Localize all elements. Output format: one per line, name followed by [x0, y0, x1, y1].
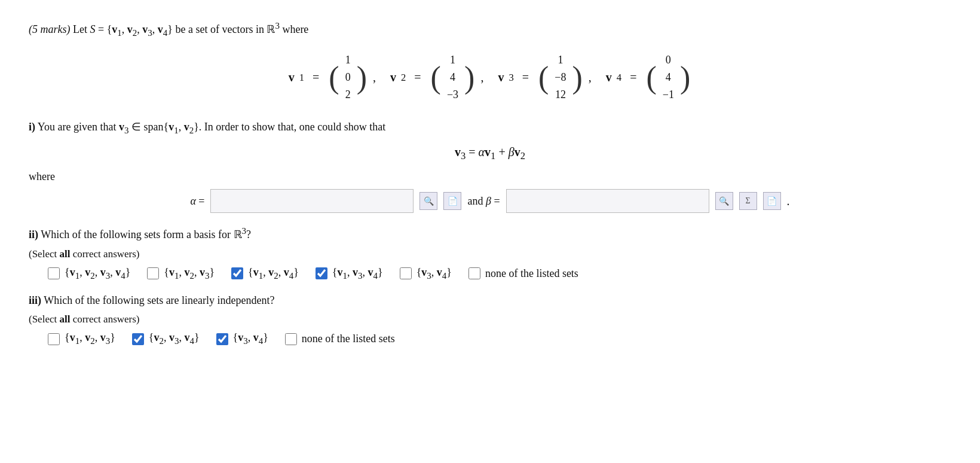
right-paren: ) [463, 50, 476, 105]
beta-search-icon[interactable]: 🔍 [715, 192, 733, 210]
part-i-section: i) You are given that v3 ∈ span{v1, v2}.… [29, 118, 951, 214]
alpha-beta-row: α = 🔍 📄 and β = 🔍 Σ 📄 . [29, 189, 951, 213]
where-label: where [29, 170, 951, 183]
left-paren: ( [537, 50, 550, 105]
v4-values: 04−1 [658, 50, 679, 105]
part-ii-checkbox-2[interactable] [147, 267, 159, 279]
beta-label: and β = [467, 195, 500, 208]
part-ii-option-5[interactable]: {v3, v4} [400, 266, 452, 281]
part-iii-label: iii) Which of the following sets are lin… [29, 292, 951, 309]
alpha-search-icon[interactable]: 🔍 [419, 192, 437, 210]
marks-label: (5 marks) [29, 23, 71, 35]
part-iii-option-3[interactable]: {v3, v4} [216, 331, 268, 346]
part-ii-option-6[interactable]: none of the listed sets [468, 267, 578, 280]
part-ii-options: {v1, v2, v3, v4} {v1, v2, v3} {v1, v2, v… [48, 266, 951, 281]
left-paren: ( [645, 50, 657, 105]
part-iii-option-2-label: {v2, v3, v4} [149, 331, 200, 346]
right-paren: ) [356, 50, 368, 105]
part-iii-option-4[interactable]: none of the listed sets [285, 333, 395, 345]
part-ii-section: ii) Which of the following sets form a b… [29, 224, 951, 281]
part-ii-checkbox-4[interactable] [316, 267, 327, 279]
vector-v2: v2 = ( 14−3 ) , [390, 50, 483, 105]
right-paren: ) [571, 50, 584, 105]
part-i-roman: i) [29, 121, 35, 133]
part-ii-option-4[interactable]: {v1, v3, v4} [316, 266, 383, 281]
part-ii-roman: ii) [29, 229, 38, 240]
part-iii-roman: iii) [29, 294, 41, 306]
span-equation: v3 = αv1 + βv2 [29, 145, 951, 162]
part-ii-select-note: (Select all correct answers) [29, 248, 951, 260]
part-iii-option-1-label: {v1, v2, v3} [65, 331, 115, 346]
part-ii-option-2-label: {v1, v2, v3} [164, 266, 215, 281]
part-ii-option-3-label: {v1, v2, v4} [248, 266, 299, 281]
v3-matrix: ( 1−812 ) [537, 50, 584, 105]
v1-values: 102 [341, 50, 356, 105]
part-ii-option-5-label: {v3, v4} [416, 266, 452, 281]
part-iii-checkbox-2[interactable] [132, 333, 144, 345]
beta-doc-icon[interactable]: 📄 [763, 192, 781, 210]
beta-input[interactable] [506, 189, 709, 213]
part-ii-option-1[interactable]: {v1, v2, v3, v4} [48, 266, 130, 281]
part-iii-options: {v1, v2, v3} {v2, v3, v4} {v3, v4} none … [48, 331, 951, 346]
part-iii-checkbox-3[interactable] [216, 333, 228, 345]
v2-values: 14−3 [442, 50, 463, 105]
part-ii-option-1-label: {v1, v2, v3, v4} [65, 266, 130, 281]
part-iii-option-2[interactable]: {v2, v3, v4} [132, 331, 200, 346]
part-ii-checkbox-6[interactable] [468, 267, 480, 279]
v3-values: 1−812 [550, 50, 571, 105]
problem-header: (5 marks) Let S = {v1, v2, v3, v4} be a … [29, 19, 951, 39]
part-ii-checkbox-3[interactable] [231, 267, 243, 279]
part-i-label: i) You are given that v3 ∈ span{v1, v2}.… [29, 118, 951, 138]
part-iii-checkbox-1[interactable] [48, 333, 60, 345]
vector-v3: v3 = ( 1−812 ) , [498, 50, 591, 105]
part-ii-option-4-label: {v1, v3, v4} [332, 266, 383, 281]
part-ii-label: ii) Which of the following sets form a b… [29, 224, 951, 243]
part-iii-option-4-label: none of the listed sets [302, 333, 395, 345]
alpha-doc-icon[interactable]: 📄 [443, 192, 461, 210]
v1-matrix: ( 102 ) [327, 50, 368, 105]
right-paren: ) [679, 50, 691, 105]
part-iii-section: iii) Which of the following sets are lin… [29, 292, 951, 346]
alpha-input[interactable] [210, 189, 414, 213]
period: . [787, 194, 790, 208]
vector-v4: v4 = ( 04−1 ) [606, 50, 691, 105]
v4-matrix: ( 04−1 ) [645, 50, 691, 105]
alpha-label: α = [190, 195, 204, 208]
v2-matrix: ( 14−3 ) [430, 50, 476, 105]
part-iii-option-1[interactable]: {v1, v2, v3} [48, 331, 115, 346]
part-ii-option-6-label: none of the listed sets [485, 267, 578, 280]
left-paren: ( [327, 50, 340, 105]
left-paren: ( [430, 50, 442, 105]
part-iii-select-note: (Select all correct answers) [29, 313, 951, 325]
part-iii-checkbox-4[interactable] [285, 333, 297, 345]
part-ii-checkbox-1[interactable] [48, 267, 60, 279]
vectors-display: v1 = ( 102 ) , v2 = ( 14−3 ) , v3 = ( 1− [29, 50, 951, 105]
beta-sum-icon[interactable]: Σ [739, 192, 757, 210]
part-ii-checkbox-5[interactable] [400, 267, 412, 279]
vector-v1: v1 = ( 102 ) , [289, 50, 376, 105]
part-iii-option-3-label: {v3, v4} [233, 331, 268, 346]
part-ii-option-2[interactable]: {v1, v2, v3} [147, 266, 215, 281]
part-ii-option-3[interactable]: {v1, v2, v4} [231, 266, 299, 281]
